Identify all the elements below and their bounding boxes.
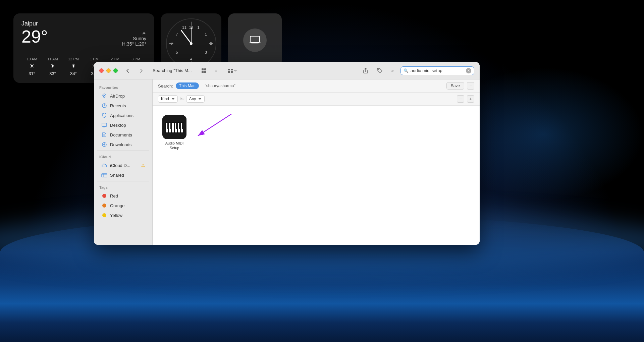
save-search-button[interactable]: Save [446,82,464,90]
svg-rect-38 [102,174,107,177]
filter-row: Kind is Any − + [153,93,480,106]
svg-text:5: 5 [176,50,178,54]
back-button[interactable] [123,66,132,75]
weather-details: ☀ Sunny H:35° L:20° [122,31,146,47]
back-icon [125,68,130,73]
sort-icon [214,68,218,73]
search-clear-button[interactable]: ✕ [466,68,471,73]
icon-view-icon [201,68,207,73]
minus-icon: − [469,83,472,88]
more-icon: » [391,68,394,73]
weather-condition: Sunny [133,36,146,41]
any-filter-select[interactable]: Any [186,95,205,103]
finder-main: Search: This Mac "shauryasharma" Save − … [153,79,480,245]
search-scope-this-mac[interactable]: This Mac [176,82,199,89]
yellow-tag-icon [101,212,107,218]
window-title: Searching "This M... [153,68,192,73]
desktop-label: Desktop [110,123,126,128]
filter-remove-button[interactable]: − [457,95,464,103]
audio-midi-setup-item[interactable]: Audio MIDI Setup [159,112,190,153]
recents-label: Recents [110,103,126,108]
svg-text:6: 6 [170,41,172,45]
more-button[interactable]: » [389,67,396,74]
svg-rect-24 [204,71,206,73]
downloads-label: Downloads [110,142,131,147]
close-button[interactable] [99,68,104,73]
sidebar-item-airdrop[interactable]: AirDrop [96,91,150,101]
applications-icon [101,112,107,118]
finder-titlebar: Searching "This M... [94,62,480,79]
svg-text:7: 7 [176,32,178,36]
icloud-icon [101,162,107,168]
tag-icon [377,68,383,74]
search-row: Search: This Mac "shauryasharma" Save − [153,79,480,93]
sidebar-item-shared[interactable]: Shared [96,170,150,180]
svg-text:3: 3 [205,50,207,54]
maximize-button[interactable] [113,68,118,73]
sidebar-item-applications[interactable]: Applications [96,111,150,120]
hour-icon-1: ☀ [21,62,42,70]
share-button[interactable] [361,66,371,75]
sidebar-item-recents[interactable]: Recents [96,101,150,110]
sidebar-item-tag-red[interactable]: Red [96,191,150,201]
svg-rect-27 [228,71,230,73]
sidebar-item-icloud-drive[interactable]: iCloud D... ⚠ [96,161,150,170]
weather-hour-2: 11 AM ☀ 33° [42,57,63,76]
grid-icon [228,69,233,73]
filter-minus-icon: − [459,97,462,101]
weather-highlow: H:35° L:20° [122,41,146,47]
sort-button[interactable] [211,66,221,75]
weather-hour-1: 10 AM ☀ 31° [21,57,42,76]
sidebar-item-tag-orange[interactable]: Orange [96,201,150,210]
svg-rect-25 [228,69,230,70]
hour-icon-2: ☀ [42,62,63,70]
sidebar-item-downloads[interactable]: Downloads [96,140,150,149]
downloads-icon [101,141,107,148]
documents-label: Documents [110,132,132,137]
sidebar-item-tag-yellow[interactable]: Yellow [96,211,150,220]
search-scope-user[interactable]: "shauryasharma" [202,82,239,89]
hour-label-5: 2 PM [105,57,125,61]
svg-text:1: 1 [197,25,200,30]
minimize-button[interactable] [106,68,111,73]
svg-rect-50 [179,123,181,129]
laptop-icon-wrap [243,28,267,52]
svg-rect-51 [182,123,184,129]
tag-button[interactable] [375,66,385,75]
svg-rect-49 [176,123,178,129]
svg-rect-47 [167,123,169,129]
weather-sun-icon: ☀ [142,31,146,36]
desktop-icon [101,122,107,128]
finder-body: Favourites AirDrop [94,79,480,245]
finder-window: Searching "This M... [94,62,480,245]
sidebar-item-documents[interactable]: Documents [96,130,150,139]
svg-rect-18 [250,36,260,42]
icon-view-button[interactable] [199,66,209,75]
svg-rect-22 [204,68,206,70]
weather-temp: 29° [21,28,48,45]
view-dropdown-button[interactable] [225,67,239,74]
traffic-lights [99,68,118,73]
sidebar-item-desktop[interactable]: Desktop [96,120,150,130]
search-bar[interactable]: 🔍 ✕ [400,66,474,75]
audio-midi-label: Audio MIDI Setup [162,141,187,151]
svg-text:2: 2 [210,41,212,45]
red-tag-label: Red [110,193,118,198]
forward-button[interactable] [137,66,146,75]
filter-add-button[interactable]: + [467,95,474,103]
remove-search-button[interactable]: − [467,82,474,90]
documents-icon [101,132,107,138]
svg-rect-23 [202,71,204,73]
file-area: Audio MIDI Setup [153,106,480,245]
svg-rect-28 [231,71,233,73]
search-label: Search: [158,83,173,89]
search-input[interactable] [411,68,464,73]
filter-is-label: is [180,97,183,101]
svg-rect-21 [202,68,204,70]
hour-icon-3: ☀ [63,62,84,70]
shared-label: Shared [110,173,124,178]
hour-temp-3: 34° [63,71,84,76]
icloud-label: iCloud [94,152,152,160]
icloud-drive-label: iCloud D... [110,163,130,168]
kind-filter-select[interactable]: Kind [158,95,178,103]
